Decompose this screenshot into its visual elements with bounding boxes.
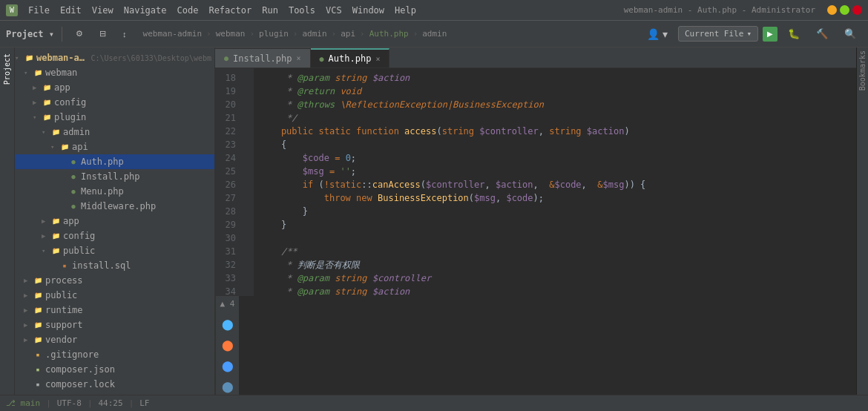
toolbar-right: 👤 ▾ Current File ▾ ▶ 🐛 🔨 🔍 bbox=[641, 26, 862, 42]
tree-config1[interactable]: ▶ 📁 config bbox=[15, 95, 214, 110]
tree-admin-folder[interactable]: ▾ 📁 admin bbox=[15, 125, 214, 139]
status-readonly: LF bbox=[139, 398, 149, 408]
toolbar-settings-btn[interactable]: ⚙ bbox=[70, 27, 89, 41]
menu-help[interactable]: Help bbox=[390, 4, 421, 17]
tree-composerjson[interactable]: ▪ composer.json bbox=[15, 362, 214, 377]
tree-label-root: webman-admin bbox=[36, 53, 88, 63]
profile-button[interactable]: 👤 ▾ bbox=[641, 26, 674, 42]
run-button[interactable]: ▶ bbox=[763, 27, 777, 42]
menu-navigate[interactable]: Navigate bbox=[119, 4, 171, 17]
minimize-button[interactable] bbox=[827, 5, 837, 15]
arrow-app1: ▶ bbox=[33, 84, 42, 91]
folder-icon-public: 📁 bbox=[50, 246, 61, 256]
arrow-support: ▶ bbox=[24, 321, 33, 329]
arrow-config1: ▶ bbox=[33, 99, 42, 106]
tree-public[interactable]: ▶ 📁 public bbox=[15, 288, 214, 303]
tree-api-folder[interactable]: ▾ 📁 api bbox=[15, 139, 214, 154]
tree-app2[interactable]: ▶ 📁 app bbox=[15, 214, 214, 228]
code-editor[interactable]: 18 19 20 21 22 23 24 25 26 27 28 29 30 3… bbox=[215, 68, 856, 296]
arrow-webman: ▾ bbox=[24, 69, 33, 76]
status-sep1: | bbox=[46, 398, 51, 408]
tree-label-composerphar: composer.phar bbox=[45, 394, 115, 395]
tree-config2[interactable]: ▶ 📁 config bbox=[15, 228, 214, 243]
tree-middlewarephp[interactable]: ● Middleware.php bbox=[15, 199, 214, 214]
menu-vcs[interactable]: VCS bbox=[321, 4, 346, 17]
breadcrumb-plugin[interactable]: plugin bbox=[259, 29, 289, 39]
tab-icon-authphp: ● bbox=[320, 55, 324, 63]
current-file-label: Current File bbox=[685, 29, 743, 39]
menu-tools[interactable]: Tools bbox=[284, 4, 320, 17]
rs-icon-chrome[interactable]: ⬤ bbox=[220, 316, 236, 332]
menu-file[interactable]: File bbox=[24, 4, 54, 17]
tree-label-public2: public bbox=[45, 290, 77, 300]
toolbar-sort-btn[interactable]: ↕ bbox=[116, 27, 133, 41]
tree-menphp[interactable]: ● Menu.php bbox=[15, 184, 214, 199]
rs-icon-safari[interactable]: ⬤ bbox=[220, 358, 236, 374]
tab-installphp[interactable]: ● Install.php × bbox=[215, 48, 311, 68]
tree-plugin[interactable]: ▾ 📁 plugin bbox=[15, 110, 214, 125]
tree-installsql[interactable]: ▪ install.sql bbox=[15, 258, 214, 273]
tab-close-authphp[interactable]: × bbox=[375, 55, 380, 63]
menu-code[interactable]: Code bbox=[173, 4, 203, 17]
breadcrumb-api[interactable]: api bbox=[341, 29, 355, 39]
tree-label-authphp: Auth.php bbox=[81, 157, 124, 167]
status-encoding[interactable]: UTF-8 bbox=[57, 398, 82, 408]
status-linecol: 44:25 bbox=[99, 398, 123, 408]
folder-icon-app1: 📁 bbox=[42, 82, 52, 93]
tree-runtime[interactable]: ▶ 📁 runtime bbox=[15, 303, 214, 318]
folder-icon-plugin: 📁 bbox=[42, 112, 52, 122]
maximize-button[interactable] bbox=[840, 5, 849, 15]
menu-refactor[interactable]: Refactor bbox=[204, 4, 256, 17]
tree-app1[interactable]: ▶ 📁 app bbox=[15, 80, 214, 95]
tree-composerlock[interactable]: ▪ composer.lock bbox=[15, 377, 214, 392]
code-content[interactable]: * @param string $action * @return void *… bbox=[254, 68, 856, 296]
folder-icon-webman: 📁 bbox=[33, 68, 43, 78]
menu-run[interactable]: Run bbox=[257, 4, 283, 17]
tree-installphp[interactable]: ● Install.php bbox=[15, 169, 214, 184]
toolbar-search-btn[interactable]: 🔍 bbox=[838, 26, 862, 42]
status-sep2: | bbox=[88, 398, 93, 408]
arrow-admin-folder: ▾ bbox=[42, 128, 50, 136]
arrow-vendor: ▶ bbox=[24, 336, 33, 343]
rs-icon-firefox[interactable]: ⬤ bbox=[220, 337, 236, 353]
app-icon: W bbox=[6, 4, 18, 16]
build-btn[interactable]: 🔨 bbox=[810, 26, 834, 42]
status-branch[interactable]: ⎇ main bbox=[6, 398, 40, 408]
folder-icon-support: 📁 bbox=[33, 320, 43, 330]
breadcrumb-admin2[interactable]: admin bbox=[422, 29, 447, 39]
tree-support[interactable]: ▶ 📁 support bbox=[15, 318, 214, 332]
tree-label-middlewarephp: Middleware.php bbox=[81, 201, 156, 211]
breadcrumb-admin[interactable]: admin bbox=[302, 29, 326, 39]
toolbar: Project ▾ ⚙ ⊟ ↕ webman-admin › webman › … bbox=[0, 21, 868, 47]
tree-process[interactable]: ▶ 📁 process bbox=[15, 273, 214, 288]
rs-icon-edge[interactable]: ⬤ bbox=[220, 378, 236, 395]
menu-view[interactable]: View bbox=[88, 4, 118, 17]
bookmarks-label[interactable]: Bookmarks bbox=[858, 50, 867, 91]
titlebar: W File Edit View Navigate Code Refactor … bbox=[0, 0, 868, 21]
tree-webman[interactable]: ▾ 📁 webman bbox=[15, 65, 214, 80]
tab-authphp[interactable]: ● Auth.php × bbox=[311, 48, 390, 68]
folder-icon-public2: 📁 bbox=[33, 290, 43, 300]
debug-config-btn[interactable]: 🐛 bbox=[782, 26, 806, 42]
current-file-dropdown[interactable]: Current File ▾ bbox=[678, 26, 758, 42]
toolbar-layout-btn[interactable]: ⊟ bbox=[93, 27, 112, 41]
breadcrumb-authphp[interactable]: Auth.php bbox=[369, 29, 409, 39]
tab-close-installphp[interactable]: × bbox=[297, 54, 301, 62]
tree-public-folder[interactable]: ▾ 📁 public bbox=[15, 243, 214, 258]
close-button[interactable] bbox=[852, 5, 862, 15]
tree-vendor[interactable]: ▶ 📁 vendor bbox=[15, 332, 214, 347]
breakpoint-gutter bbox=[242, 68, 254, 296]
tree-root[interactable]: ▾ 📁 webman-admin C:\Users\60133\Desktop\… bbox=[15, 50, 214, 65]
menu-window[interactable]: Window bbox=[348, 4, 389, 17]
menu-edit[interactable]: Edit bbox=[56, 4, 86, 17]
warning-count: ▲ 4 bbox=[220, 299, 235, 309]
breadcrumb-webman-admin[interactable]: webman-admin bbox=[143, 29, 202, 39]
bc-sep5: › bbox=[360, 29, 365, 39]
tree-gitignore[interactable]: ▪ .gitignore bbox=[15, 347, 214, 362]
breadcrumb-webman[interactable]: webman bbox=[216, 29, 246, 39]
arrow-public2: ▶ bbox=[24, 292, 33, 299]
tree-composerphar[interactable]: ▶ ● composer.phar bbox=[15, 392, 214, 395]
tree-authphp[interactable]: ● Auth.php bbox=[15, 154, 214, 169]
vtab-project[interactable]: Project bbox=[1, 50, 13, 88]
tree-label-composerjson: composer.json bbox=[45, 364, 115, 375]
